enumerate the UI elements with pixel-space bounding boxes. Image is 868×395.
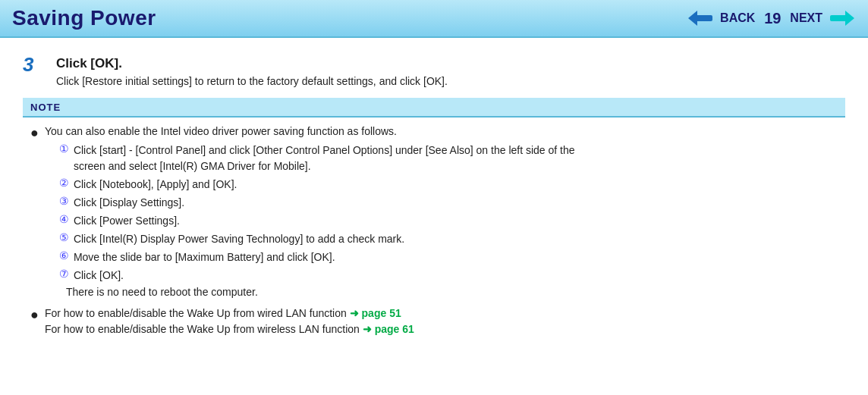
sub-num-6: ⑥ [52, 249, 69, 262]
sub-text-2: Click [Notebook], [Apply] and [OK]. [74, 177, 237, 193]
sub-item-2: ② Click [Notebook], [Apply] and [OK]. [52, 177, 575, 193]
sub-num-5: ⑤ [52, 231, 69, 243]
next-label: NEXT [790, 11, 822, 25]
sub-text-5: Click [Intel(R) Display Power Saving Tec… [74, 231, 404, 247]
svg-rect-1 [696, 15, 712, 21]
bullet-item-2: ● For how to enable/disable the Wake Up … [30, 306, 845, 337]
next-button[interactable] [829, 8, 856, 29]
sub-item-4: ④ Click [Power Settings]. [52, 213, 575, 229]
sub-num-1: ① [52, 143, 69, 155]
bullet-2-content: For how to enable/disable the Wake Up fr… [45, 306, 414, 337]
navigation-area: BACK 19 NEXT [687, 8, 856, 29]
sub-item-6: ⑥ Move the slide bar to [Maximum Battery… [52, 249, 575, 265]
no-reboot-text: There is no need to reboot the computer. [66, 286, 575, 298]
step-3-row: 3 Click [OK]. Click [Restore initial set… [23, 55, 845, 87]
sub-item-3: ③ Click [Display Settings]. [52, 195, 575, 211]
page-header: Saving Power BACK 19 NEXT [0, 0, 868, 38]
sub-text-1: Click [start] - [Control Panel] and clic… [74, 143, 575, 174]
sub-item-1: ① Click [start] - [Control Panel] and cl… [52, 143, 575, 174]
back-label: BACK [720, 11, 755, 25]
sub-text-3: Click [Display Settings]. [74, 195, 184, 211]
step-description: Click [Restore initial settings] to retu… [56, 75, 448, 87]
content-area: 3 Click [OK]. Click [Restore initial set… [0, 38, 868, 356]
sub-text-6: Move the slide bar to [Maximum Battery] … [74, 249, 335, 265]
bullet-dot-2: ● [30, 306, 39, 324]
bullet-1-text: You can also enable the Intel video driv… [45, 125, 397, 137]
sub-num-3: ③ [52, 195, 69, 207]
step-content: Click [OK]. Click [Restore initial setti… [56, 55, 448, 87]
step-number: 3 [23, 55, 44, 74]
sub-list: ① Click [start] - [Control Panel] and cl… [52, 143, 575, 284]
sub-num-7: ⑦ [52, 268, 69, 280]
note-label: NOTE [30, 102, 61, 113]
sub-num-2: ② [52, 177, 69, 189]
sub-text-7: Click [OK]. [74, 268, 124, 284]
page-number: 19 [761, 10, 784, 27]
wireless-lan-text: For how to enable/disable the Wake Up fr… [45, 323, 363, 335]
bullet-1-content: You can also enable the Intel video driv… [45, 124, 575, 302]
svg-rect-3 [830, 15, 847, 21]
wired-lan-text: For how to enable/disable the Wake Up fr… [45, 307, 350, 319]
bullet-2-line1: For how to enable/disable the Wake Up fr… [45, 306, 414, 321]
bullet-item-1: ● You can also enable the Intel video dr… [30, 124, 845, 302]
sub-item-7: ⑦ Click [OK]. [52, 268, 575, 284]
wired-lan-arrow: ➜ [350, 307, 359, 319]
wireless-lan-arrow: ➜ [363, 323, 372, 335]
bullet-2-line2: For how to enable/disable the Wake Up fr… [45, 321, 414, 337]
step-heading: Click [OK]. [56, 55, 448, 73]
wired-lan-link[interactable]: page 51 [362, 307, 401, 319]
wireless-lan-link[interactable]: page 61 [375, 323, 414, 335]
bullet-list: ● You can also enable the Intel video dr… [30, 124, 845, 337]
sub-num-4: ④ [52, 213, 69, 225]
sub-text-4: Click [Power Settings]. [74, 213, 180, 229]
back-button[interactable] [687, 8, 714, 29]
page-title: Saving Power [12, 6, 156, 30]
bullet-dot-1: ● [30, 124, 39, 143]
sub-item-5: ⑤ Click [Intel(R) Display Power Saving T… [52, 231, 575, 247]
note-bar: NOTE [23, 98, 845, 118]
